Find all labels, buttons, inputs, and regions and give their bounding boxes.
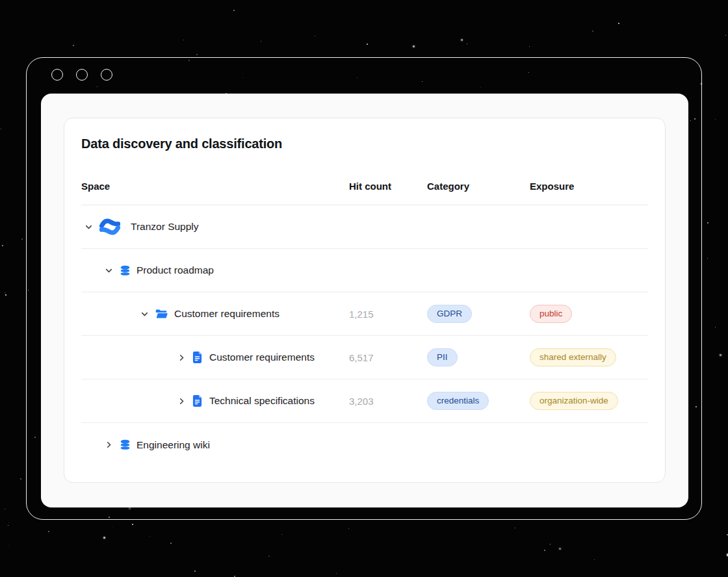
document-icon: [192, 352, 202, 363]
table-row[interactable]: Engineering wiki: [81, 423, 648, 467]
category-badge: PII: [427, 348, 458, 367]
data-discovery-card: Data discovery and classification Space …: [64, 118, 666, 483]
exposure-badge: public: [530, 305, 572, 324]
window-control-close[interactable]: [51, 69, 63, 81]
table-row[interactable]: Technical specifications 3,203 credentia…: [81, 379, 648, 423]
page-title: Data discovery and classification: [81, 135, 648, 152]
database-icon: [120, 439, 131, 450]
column-header-hit-count: Hit count: [349, 181, 427, 192]
row-label: Tranzor Supply: [131, 221, 199, 233]
table-row[interactable]: Customer requirements 1,215 GDPR public: [81, 292, 648, 336]
row-label: Customer requirements: [174, 308, 280, 320]
content-panel: Data discovery and classification Space …: [41, 94, 688, 507]
column-header-exposure: Exposure: [530, 181, 648, 192]
tree-table-body: Tranzor Supply Product roadmap Customer …: [81, 205, 648, 467]
table-row[interactable]: Tranzor Supply: [81, 205, 648, 249]
browser-window: Data discovery and classification Space …: [26, 57, 702, 520]
hit-count: 6,517: [349, 352, 427, 363]
window-controls: [51, 69, 112, 81]
chevron-right-icon[interactable]: [177, 396, 186, 405]
hit-count: 3,203: [349, 396, 427, 407]
table-row[interactable]: Product roadmap: [81, 249, 648, 292]
chevron-right-icon[interactable]: [177, 353, 186, 362]
desktop-background: { "window": { "traffic_light_count": 3 }…: [0, 0, 728, 577]
chevron-down-icon[interactable]: [104, 266, 113, 275]
chevron-right-icon[interactable]: [104, 441, 113, 450]
database-icon: [120, 265, 131, 276]
row-label: Product roadmap: [136, 264, 214, 276]
column-header-category: Category: [427, 181, 530, 192]
exposure-badge: organization-wide: [530, 392, 618, 411]
window-control-minimize[interactable]: [76, 69, 88, 81]
category-badge: GDPR: [427, 305, 472, 324]
category-badge: credentials: [427, 392, 489, 411]
column-header-space: Space: [81, 181, 349, 192]
folder-open-icon: [155, 309, 168, 319]
exposure-badge: shared externally: [530, 348, 616, 367]
chevron-down-icon[interactable]: [84, 222, 93, 231]
window-control-maximize[interactable]: [101, 69, 112, 81]
row-label: Technical specifications: [209, 395, 315, 407]
hit-count: 1,215: [349, 309, 427, 320]
chevron-down-icon[interactable]: [140, 309, 149, 318]
document-icon: [192, 395, 202, 407]
row-label: Customer requirements: [209, 352, 315, 363]
row-label: Engineering wiki: [136, 439, 210, 451]
confluence-logo-icon: [99, 217, 120, 237]
table-row[interactable]: Customer requirements 6,517 PII shared e…: [81, 336, 648, 379]
table-header-row: Space Hit count Category Exposure: [81, 181, 648, 205]
